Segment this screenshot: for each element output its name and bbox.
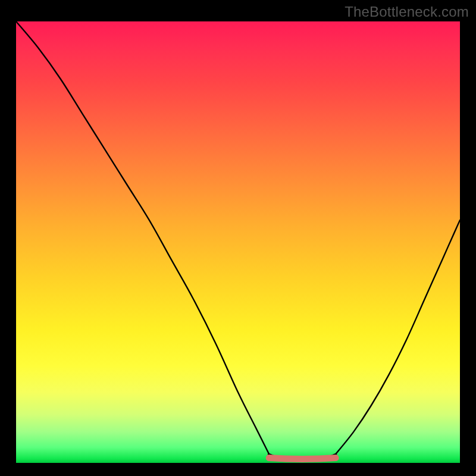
optimal-zone-marker <box>269 458 336 459</box>
curve-layer <box>16 21 460 463</box>
watermark-text: TheBottleneck.com <box>345 4 469 20</box>
chart-container: TheBottleneck.com <box>0 0 476 476</box>
bottleneck-curve <box>16 21 460 459</box>
plot-area <box>16 21 460 463</box>
